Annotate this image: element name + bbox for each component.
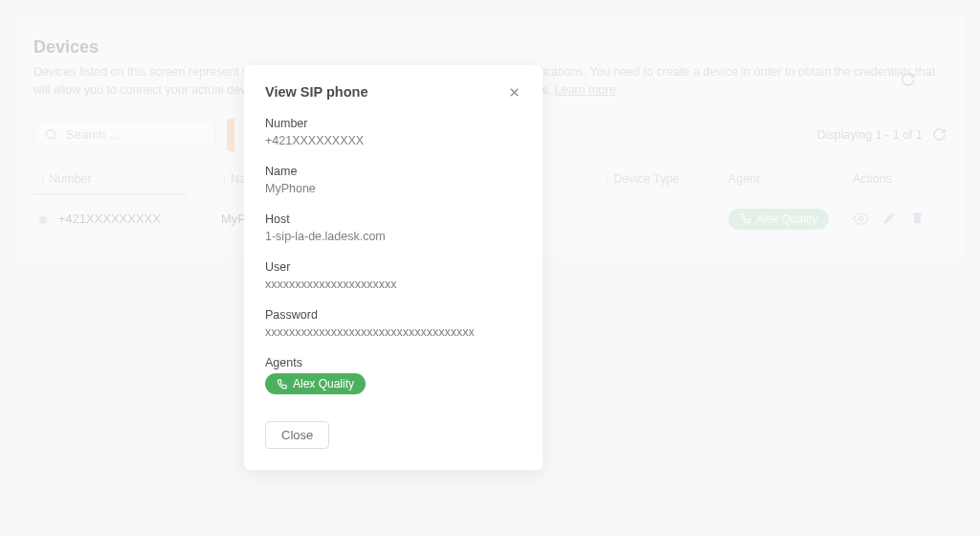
field-number-value: +421XXXXXXXXX [265, 134, 522, 147]
field-name-value: MyPhone [265, 182, 522, 195]
close-button[interactable]: Close [265, 421, 329, 449]
field-password-value: xxxxxxxxxxxxxxxxxxxxxxxxxxxxxxxxxxx [265, 325, 522, 339]
field-host-label: Host [265, 212, 522, 226]
field-user-label: User [265, 260, 522, 274]
phone-icon [277, 379, 287, 390]
modal-title: View SIP phone [265, 84, 368, 100]
field-agents-label: Agents [265, 356, 522, 369]
field-number-label: Number [265, 117, 522, 130]
field-user-value: xxxxxxxxxxxxxxxxxxxxxx [265, 278, 522, 291]
field-password-label: Password [265, 308, 522, 322]
agent-pill[interactable]: Alex Quality [265, 373, 366, 394]
field-name-label: Name [265, 165, 522, 178]
close-icon[interactable] [507, 85, 522, 100]
sip-phone-modal: View SIP phone Number +421XXXXXXXXX Name… [244, 65, 543, 470]
field-host-value: 1-sip-la-de.ladesk.com [265, 230, 522, 243]
